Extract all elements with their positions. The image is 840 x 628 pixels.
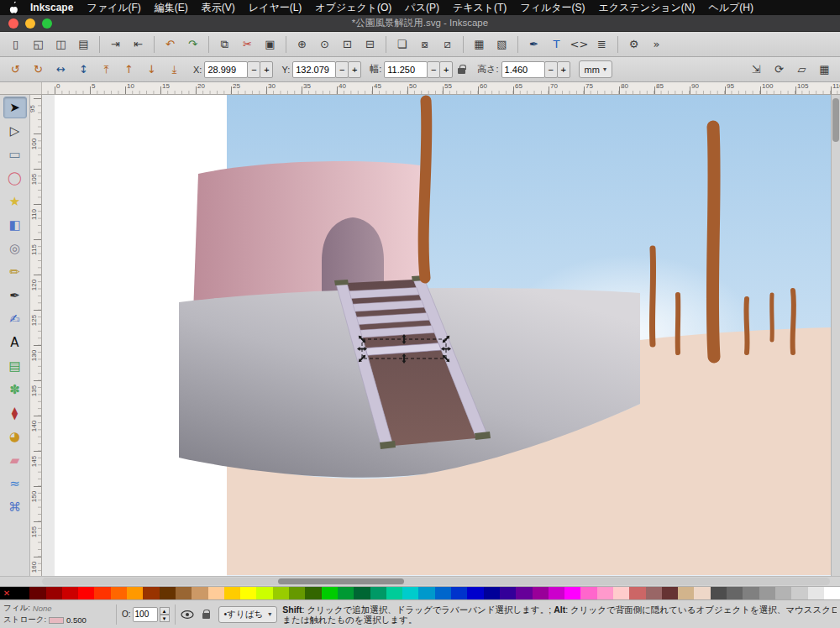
menu-layer[interactable]: レイヤー(L) <box>249 1 302 15</box>
palette-swatch[interactable] <box>240 587 256 599</box>
tree-trunk-object[interactable] <box>652 249 653 344</box>
height-increment-button[interactable]: + <box>557 61 570 78</box>
palette-swatch[interactable] <box>354 587 370 599</box>
layer-lock-icon[interactable] <box>202 610 210 619</box>
palette-swatch[interactable] <box>143 587 159 599</box>
redo-icon[interactable]: ↷ <box>182 34 203 55</box>
calligraphy-tool[interactable]: ✍ <box>3 308 27 330</box>
palette-swatch[interactable] <box>127 587 143 599</box>
palette-swatch[interactable] <box>370 587 386 599</box>
transform-stroke-toggle-icon[interactable]: ⇲ <box>746 60 767 80</box>
text-dialog-icon[interactable]: T <box>546 34 567 55</box>
toolbar-overflow-icon[interactable]: » <box>646 34 667 55</box>
menu-filters[interactable]: フィルター(S) <box>520 1 585 15</box>
menu-inkscape[interactable]: Inkscape <box>30 2 73 13</box>
palette-swatch[interactable] <box>484 587 500 599</box>
zoom-page-icon[interactable]: ⊡ <box>337 34 358 55</box>
palette-swatch[interactable] <box>549 587 564 599</box>
v-scrollbar[interactable] <box>831 95 840 576</box>
opacity-decrement-button[interactable]: ▾ <box>160 615 170 622</box>
h-scrollbar[interactable] <box>42 578 830 585</box>
h-ruler[interactable]: 0510152025303540455055606570758085909510… <box>42 82 840 94</box>
palette-swatch[interactable] <box>678 587 694 599</box>
align-dialog-icon[interactable]: ≣ <box>591 34 612 55</box>
xml-editor-icon[interactable]: <> <box>569 34 590 55</box>
zoom-drawing-icon[interactable]: ⊙ <box>314 34 335 55</box>
pencil-tool[interactable]: ✏ <box>3 261 27 283</box>
palette-swatch[interactable] <box>224 587 240 599</box>
h-scrollbar-thumb[interactable] <box>278 578 404 584</box>
tweak-tool[interactable]: ✽ <box>3 379 27 400</box>
lower-icon[interactable]: ↓ <box>141 60 162 80</box>
open-document-icon[interactable]: ◱ <box>28 34 49 55</box>
y-field-input[interactable] <box>292 61 336 78</box>
text-tool[interactable]: A <box>3 332 27 353</box>
palette-swatch[interactable] <box>46 587 62 599</box>
palette-swatch[interactable] <box>451 587 467 599</box>
palette-swatch[interactable] <box>78 587 94 599</box>
tree-trunk-object[interactable] <box>772 295 773 340</box>
tree-trunk-object[interactable] <box>423 101 427 278</box>
height-field-input[interactable] <box>501 61 545 78</box>
palette-swatch[interactable] <box>597 587 613 599</box>
palette-swatch[interactable] <box>208 587 224 599</box>
flip-vertical-icon[interactable]: ↕ <box>73 60 94 80</box>
menu-view[interactable]: 表示(V) <box>202 1 235 15</box>
print-document-icon[interactable]: ▤ <box>73 34 94 55</box>
palette-swatch[interactable] <box>435 587 451 599</box>
y-decrement-button[interactable]: − <box>335 61 349 78</box>
palette-swatch[interactable] <box>808 587 824 599</box>
palette-swatch[interactable] <box>176 587 192 599</box>
cut-icon[interactable]: ✂ <box>237 34 258 55</box>
spiral-tool[interactable]: ◎ <box>3 238 27 259</box>
lower-to-bottom-icon[interactable]: ⤓ <box>164 60 185 80</box>
canvas[interactable] <box>42 95 831 576</box>
palette-swatch[interactable] <box>386 587 402 599</box>
palette-swatch[interactable] <box>662 587 678 599</box>
menu-edit[interactable]: 編集(E) <box>155 1 188 15</box>
minimize-window-button[interactable] <box>25 18 35 29</box>
palette-swatch[interactable] <box>305 587 321 599</box>
width-field-input[interactable] <box>384 61 428 78</box>
copy-icon[interactable]: ⧉ <box>214 34 235 55</box>
menu-help[interactable]: ヘルプ(H) <box>708 1 753 15</box>
palette-swatch[interactable] <box>29 587 45 599</box>
rotate-90-ccw-icon[interactable]: ↺ <box>5 60 26 80</box>
rotate-90-cw-icon[interactable]: ↻ <box>28 60 49 80</box>
x-decrement-button[interactable]: − <box>247 61 260 78</box>
zoom-selection-icon[interactable]: ⊕ <box>291 34 312 55</box>
ungroup-icon[interactable]: ▧ <box>491 34 512 55</box>
flip-horizontal-icon[interactable]: ↔ <box>50 60 71 80</box>
palette-swatch[interactable] <box>192 587 207 599</box>
stroke-color-swatch[interactable] <box>49 617 64 624</box>
palette-swatch[interactable] <box>500 587 516 599</box>
gradient-tool[interactable]: ▤ <box>3 355 27 377</box>
layer-select[interactable]: •すりばち ▾ <box>218 606 278 623</box>
lpe-tool[interactable]: ≈ <box>3 473 27 495</box>
star-tool[interactable]: ★ <box>3 191 27 212</box>
palette-swatch[interactable] <box>613 587 629 599</box>
transform-gradient-toggle-icon[interactable]: ▱ <box>791 60 812 80</box>
menu-path[interactable]: パス(P) <box>405 1 439 15</box>
tree-trunk-object[interactable] <box>746 299 747 353</box>
undo-icon[interactable]: ↶ <box>160 34 181 55</box>
palette-swatch[interactable] <box>273 587 289 599</box>
transform-corners-toggle-icon[interactable]: ⟳ <box>769 60 790 80</box>
box3d-tool[interactable]: ◧ <box>3 214 27 236</box>
opacity-input[interactable] <box>133 607 158 622</box>
close-window-button[interactable] <box>8 18 18 29</box>
palette-swatch[interactable] <box>111 587 127 599</box>
unit-select[interactable]: mm ▾ <box>579 60 612 78</box>
apple-menu-icon[interactable] <box>8 2 18 13</box>
menu-file[interactable]: ファイル(F) <box>87 1 140 15</box>
y-increment-button[interactable]: + <box>348 61 361 78</box>
connector-tool[interactable]: ⌘ <box>3 496 27 518</box>
window-titlebar[interactable]: *公園風景解説用.svg - Inkscape <box>0 15 840 32</box>
palette-swatch[interactable] <box>646 587 662 599</box>
palette-swatch[interactable] <box>711 587 727 599</box>
clone-icon[interactable]: ⧇ <box>414 34 435 55</box>
palette-swatch[interactable] <box>580 587 596 599</box>
palette-swatch[interactable] <box>13 587 29 599</box>
palette-swatch[interactable] <box>467 587 483 599</box>
palette-swatch[interactable] <box>516 587 532 599</box>
